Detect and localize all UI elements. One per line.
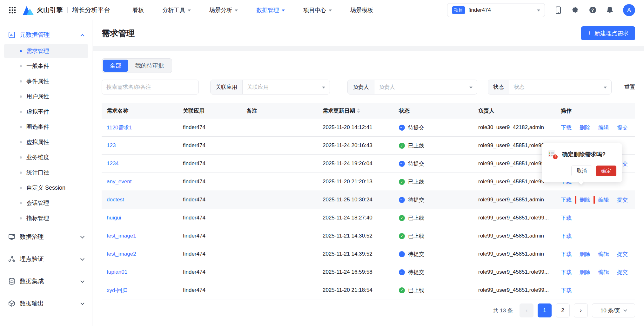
cell-updated: 2025-11-21 14:30:52 <box>318 233 394 239</box>
help-icon[interactable]: ? <box>589 6 596 14</box>
sidebar-item-虚拟事件[interactable]: 虚拟事件 <box>4 104 88 119</box>
cell-app: finder474 <box>178 215 241 221</box>
requirement-name-link[interactable]: 123 <box>107 142 116 148</box>
sidebar-item-一般事件[interactable]: 一般事件 <box>4 58 88 74</box>
filter-select-负责人[interactable]: 负责人 <box>374 80 477 94</box>
gear-icon[interactable] <box>572 6 579 14</box>
sidebar-section-metadata[interactable]: 元数据管理 <box>0 26 92 44</box>
action-下载[interactable]: 下载 <box>561 287 572 294</box>
sort-icon[interactable] <box>357 108 360 113</box>
tab-全部[interactable]: 全部 <box>103 60 128 72</box>
action-编辑[interactable]: 编辑 <box>598 124 609 131</box>
action-提交[interactable]: 提交 <box>617 269 628 276</box>
nav-item-项目中心[interactable]: 项目中心 <box>303 6 332 14</box>
sidebar-item-指标管理[interactable]: 指标管理 <box>4 211 88 226</box>
column-header-label: 操作 <box>561 107 572 114</box>
column-header-label: 关联应用 <box>183 107 205 114</box>
action-提交[interactable]: 提交 <box>617 124 628 131</box>
project-selector[interactable]: 项目 finder474 <box>447 3 545 17</box>
cell-actions: 下载 <box>556 232 635 240</box>
confirm-button[interactable]: 确定 <box>596 166 616 176</box>
nav-item-看板[interactable]: 看板 <box>132 6 144 14</box>
sidebar-item-虚拟属性[interactable]: 虚拟属性 <box>4 134 88 150</box>
requirement-name-link[interactable]: 1120需求1 <box>107 125 132 131</box>
requirement-name-link[interactable]: huigui <box>107 215 121 221</box>
nav-item-label: 分析工具 <box>162 6 185 14</box>
action-删除[interactable]: 删除 <box>580 124 590 131</box>
requirement-name-link[interactable]: test_image1 <box>107 233 136 239</box>
sidebar-section-label: 数据输出 <box>20 299 44 308</box>
action-提交[interactable]: 提交 <box>617 251 628 258</box>
cell-app: finder474 <box>178 197 241 203</box>
plus-icon: + <box>587 29 591 37</box>
app-launcher-icon[interactable] <box>9 7 16 14</box>
bell-icon[interactable] <box>606 6 614 14</box>
integration-icon <box>8 278 15 285</box>
requirement-name-link[interactable]: 1234 <box>107 160 119 166</box>
sidebar-section-数据输出[interactable]: 数据输出 <box>0 292 92 315</box>
prev-page-button[interactable]: ‹ <box>520 303 533 317</box>
action-编辑[interactable]: 编辑 <box>598 251 609 258</box>
page-button-1[interactable]: 1 <box>538 303 552 317</box>
action-下载[interactable]: 下载 <box>561 251 572 258</box>
action-下载[interactable]: 下载 <box>561 269 572 276</box>
mobile-icon[interactable] <box>554 6 562 14</box>
column-header-备注: 备注 <box>241 107 318 114</box>
reset-button[interactable]: 重置 <box>624 83 635 91</box>
next-page-button[interactable]: › <box>574 303 588 317</box>
sidebar-item-事件属性[interactable]: 事件属性 <box>4 74 88 89</box>
action-提交[interactable]: 提交 <box>617 196 628 204</box>
cancel-button[interactable]: 取消 <box>571 166 592 176</box>
cell-actions: 下载 <box>556 287 635 294</box>
filter-select-状态[interactable]: 状态 <box>509 80 611 94</box>
chevron-down-icon <box>329 10 332 11</box>
sidebar-item-会话管理[interactable]: 会话管理 <box>4 195 88 211</box>
action-下载[interactable]: 下载 <box>561 214 572 222</box>
nav-item-场景模板[interactable]: 场景模板 <box>350 6 373 14</box>
exclamation-icon: ! <box>552 154 558 160</box>
chevron-down-icon <box>80 234 84 238</box>
page-button-2[interactable]: 2 <box>556 303 570 317</box>
action-下载[interactable]: 下载 <box>561 232 572 240</box>
create-requirement-button[interactable]: + 新建埋点需求 <box>581 26 635 40</box>
tab-group: 全部我的待审批 <box>102 58 172 73</box>
sidebar-item-需求管理[interactable]: 需求管理 <box>4 44 88 58</box>
action-删除-annotated[interactable]: 删除 <box>576 196 594 204</box>
sidebar-item-自定义 Session[interactable]: 自定义 Session <box>4 180 88 195</box>
action-编辑[interactable]: 编辑 <box>598 269 609 276</box>
requirement-name-link[interactable]: test_image2 <box>107 251 136 257</box>
action-删除[interactable]: 删除 <box>580 269 590 276</box>
nav-item-数据管理[interactable]: 数据管理 <box>256 6 285 14</box>
requirement-name-link[interactable]: any_event <box>107 179 131 185</box>
cell-app: finder474 <box>178 160 241 167</box>
search-input[interactable] <box>102 80 199 95</box>
sidebar-section-数据治理[interactable]: 数据治理 <box>0 226 92 248</box>
sidebar-section-埋点验证[interactable]: 埋点验证 <box>0 248 92 270</box>
avatar[interactable]: A <box>623 4 635 16</box>
nav-item-分析工具[interactable]: 分析工具 <box>162 6 191 14</box>
requirement-name-link[interactable]: doctest <box>107 197 124 203</box>
cell-actions: 下载删除编辑提交 <box>556 269 635 276</box>
sidebar-item-用户属性[interactable]: 用户属性 <box>4 89 88 104</box>
action-下载[interactable]: 下载 <box>561 124 572 131</box>
sidebar-section-数据集成[interactable]: 数据集成 <box>0 270 92 292</box>
sidebar-item-圈选事件[interactable]: 圈选事件 <box>4 119 88 134</box>
action-编辑[interactable]: 编辑 <box>598 196 609 204</box>
page-size-select[interactable]: 10 条/页 <box>592 303 635 317</box>
status-pending-icon: ··· <box>399 125 405 131</box>
filter-select-关联应用[interactable]: 关联应用 <box>243 80 330 94</box>
nav-item-场景分析[interactable]: 场景分析 <box>209 6 238 14</box>
tab-我的待审批[interactable]: 我的待审批 <box>128 60 171 72</box>
action-下载[interactable]: 下载 <box>561 196 572 204</box>
requirement-name-link[interactable]: xyd-回归 <box>107 287 128 293</box>
column-header-关联应用: 关联应用 <box>178 107 241 114</box>
sidebar-item-统计口径[interactable]: 统计口径 <box>4 165 88 180</box>
bullet-icon <box>20 202 22 204</box>
status-label: 待提交 <box>408 269 424 276</box>
action-删除[interactable]: 删除 <box>580 251 590 258</box>
requirement-name-link[interactable]: tupian01 <box>107 269 127 275</box>
chevron-down-icon <box>469 87 473 88</box>
column-header-操作: 操作 <box>556 107 635 114</box>
sidebar-item-业务维度[interactable]: 业务维度 <box>4 150 88 165</box>
table-row: doctestfinder4742025-11-25 10:30:24···待提… <box>102 191 635 209</box>
